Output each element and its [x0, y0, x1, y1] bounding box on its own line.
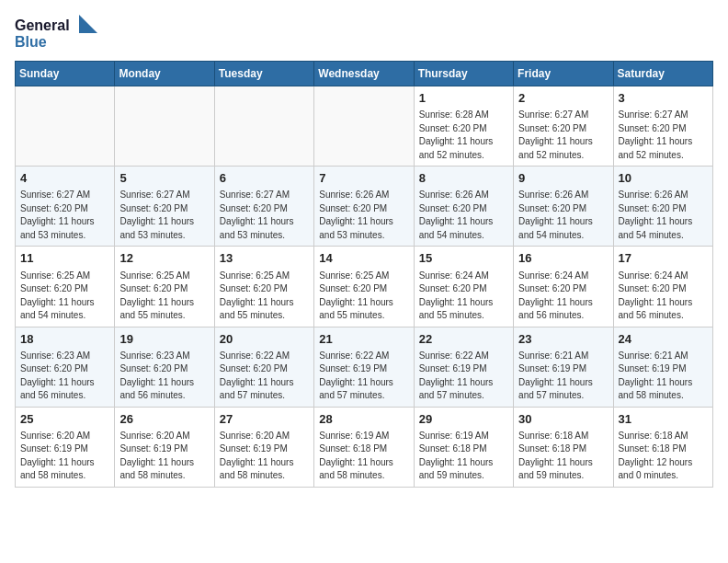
svg-text:General: General [15, 17, 70, 33]
calendar-day: 11Sunrise: 6:25 AMSunset: 6:20 PMDayligh… [16, 247, 115, 327]
day-number: 9 [518, 170, 608, 187]
day-info: Sunrise: 6:25 AMSunset: 6:20 PMDaylight:… [119, 270, 209, 323]
day-header-thursday: Thursday [414, 62, 513, 86]
day-number: 6 [220, 170, 309, 187]
day-info: Sunrise: 6:27 AMSunset: 6:20 PMDaylight:… [119, 189, 209, 242]
calendar-day: 29Sunrise: 6:19 AMSunset: 6:18 PMDayligh… [414, 407, 513, 487]
day-number: 14 [319, 250, 408, 267]
calendar-day: 5Sunrise: 6:27 AMSunset: 6:20 PMDaylight… [115, 167, 214, 247]
logo-svg: GeneralBlue [15, 15, 97, 52]
day-number: 11 [20, 250, 109, 267]
calendar-day: 24Sunrise: 6:21 AMSunset: 6:19 PMDayligh… [613, 327, 712, 407]
day-info: Sunrise: 6:25 AMSunset: 6:20 PMDaylight:… [319, 270, 408, 323]
day-number: 8 [419, 170, 508, 187]
calendar-day: 20Sunrise: 6:22 AMSunset: 6:20 PMDayligh… [214, 327, 313, 407]
calendar-day [16, 86, 115, 167]
calendar-day: 8Sunrise: 6:26 AMSunset: 6:20 PMDaylight… [414, 167, 513, 247]
calendar-week-1: 1Sunrise: 6:28 AMSunset: 6:20 PMDaylight… [16, 86, 713, 167]
day-number: 21 [319, 331, 408, 348]
calendar-day: 6Sunrise: 6:27 AMSunset: 6:20 PMDaylight… [214, 167, 313, 247]
svg-marker-0 [79, 15, 97, 33]
day-info: Sunrise: 6:22 AMSunset: 6:19 PMDaylight:… [419, 350, 508, 403]
logo: GeneralBlue [15, 15, 97, 52]
day-info: Sunrise: 6:18 AMSunset: 6:18 PMDaylight:… [518, 430, 608, 483]
calendar-day: 27Sunrise: 6:20 AMSunset: 6:19 PMDayligh… [214, 407, 313, 487]
calendar-day: 23Sunrise: 6:21 AMSunset: 6:19 PMDayligh… [514, 327, 613, 407]
day-header-sunday: Sunday [16, 62, 115, 86]
day-number: 25 [20, 411, 109, 428]
day-number: 15 [419, 250, 508, 267]
day-number: 27 [220, 411, 309, 428]
calendar-day [314, 86, 414, 167]
day-info: Sunrise: 6:28 AMSunset: 6:20 PMDaylight:… [419, 109, 508, 162]
calendar-week-3: 11Sunrise: 6:25 AMSunset: 6:20 PMDayligh… [16, 247, 713, 327]
calendar-day: 1Sunrise: 6:28 AMSunset: 6:20 PMDaylight… [414, 86, 513, 167]
day-info: Sunrise: 6:26 AMSunset: 6:20 PMDaylight:… [619, 189, 708, 242]
day-info: Sunrise: 6:26 AMSunset: 6:20 PMDaylight:… [319, 189, 408, 242]
day-info: Sunrise: 6:26 AMSunset: 6:20 PMDaylight:… [419, 189, 508, 242]
calendar-day: 25Sunrise: 6:20 AMSunset: 6:19 PMDayligh… [16, 407, 115, 487]
day-info: Sunrise: 6:27 AMSunset: 6:20 PMDaylight:… [220, 189, 309, 242]
calendar-day: 26Sunrise: 6:20 AMSunset: 6:19 PMDayligh… [115, 407, 214, 487]
calendar-day: 15Sunrise: 6:24 AMSunset: 6:20 PMDayligh… [414, 247, 513, 327]
calendar-day: 10Sunrise: 6:26 AMSunset: 6:20 PMDayligh… [613, 167, 712, 247]
day-info: Sunrise: 6:27 AMSunset: 6:20 PMDaylight:… [518, 109, 608, 162]
day-number: 20 [220, 331, 309, 348]
calendar-day: 9Sunrise: 6:26 AMSunset: 6:20 PMDaylight… [514, 167, 613, 247]
day-info: Sunrise: 6:23 AMSunset: 6:20 PMDaylight:… [119, 350, 209, 403]
day-number: 26 [119, 411, 209, 428]
calendar-day: 16Sunrise: 6:24 AMSunset: 6:20 PMDayligh… [514, 247, 613, 327]
calendar-day: 13Sunrise: 6:25 AMSunset: 6:20 PMDayligh… [214, 247, 313, 327]
day-number: 19 [119, 331, 209, 348]
day-info: Sunrise: 6:20 AMSunset: 6:19 PMDaylight:… [220, 430, 309, 483]
calendar-day: 2Sunrise: 6:27 AMSunset: 6:20 PMDaylight… [514, 86, 613, 167]
calendar-table: SundayMondayTuesdayWednesdayThursdayFrid… [15, 61, 713, 488]
day-number: 31 [619, 411, 708, 428]
day-number: 10 [619, 170, 708, 187]
day-info: Sunrise: 6:20 AMSunset: 6:19 PMDaylight:… [20, 430, 109, 483]
calendar-day [115, 86, 214, 167]
calendar-day: 19Sunrise: 6:23 AMSunset: 6:20 PMDayligh… [115, 327, 214, 407]
day-number: 28 [319, 411, 408, 428]
day-info: Sunrise: 6:21 AMSunset: 6:19 PMDaylight:… [619, 350, 708, 403]
calendar-day: 17Sunrise: 6:24 AMSunset: 6:20 PMDayligh… [613, 247, 712, 327]
day-number: 4 [20, 170, 109, 187]
day-info: Sunrise: 6:20 AMSunset: 6:19 PMDaylight:… [119, 430, 209, 483]
day-number: 2 [518, 90, 608, 107]
calendar-day: 14Sunrise: 6:25 AMSunset: 6:20 PMDayligh… [314, 247, 414, 327]
svg-text:Blue: Blue [15, 34, 47, 50]
day-number: 23 [518, 331, 608, 348]
day-info: Sunrise: 6:22 AMSunset: 6:20 PMDaylight:… [220, 350, 309, 403]
calendar-day: 31Sunrise: 6:18 AMSunset: 6:18 PMDayligh… [613, 407, 712, 487]
day-info: Sunrise: 6:24 AMSunset: 6:20 PMDaylight:… [518, 270, 608, 323]
day-number: 18 [20, 331, 109, 348]
day-info: Sunrise: 6:25 AMSunset: 6:20 PMDaylight:… [220, 270, 309, 323]
calendar-day: 22Sunrise: 6:22 AMSunset: 6:19 PMDayligh… [414, 327, 513, 407]
day-number: 12 [119, 250, 209, 267]
day-number: 24 [619, 331, 708, 348]
day-number: 13 [220, 250, 309, 267]
day-number: 7 [319, 170, 408, 187]
day-number: 22 [419, 331, 508, 348]
calendar-day [214, 86, 313, 167]
day-info: Sunrise: 6:24 AMSunset: 6:20 PMDaylight:… [419, 270, 508, 323]
day-info: Sunrise: 6:18 AMSunset: 6:18 PMDaylight:… [619, 430, 708, 483]
day-number: 30 [518, 411, 608, 428]
calendar-week-2: 4Sunrise: 6:27 AMSunset: 6:20 PMDaylight… [16, 167, 713, 247]
day-number: 5 [119, 170, 209, 187]
calendar-day: 7Sunrise: 6:26 AMSunset: 6:20 PMDaylight… [314, 167, 414, 247]
day-info: Sunrise: 6:21 AMSunset: 6:19 PMDaylight:… [518, 350, 608, 403]
day-number: 16 [518, 250, 608, 267]
calendar-day: 28Sunrise: 6:19 AMSunset: 6:18 PMDayligh… [314, 407, 414, 487]
day-header-wednesday: Wednesday [314, 62, 414, 86]
day-info: Sunrise: 6:27 AMSunset: 6:20 PMDaylight:… [20, 189, 109, 242]
page-header: GeneralBlue [15, 15, 713, 52]
day-info: Sunrise: 6:25 AMSunset: 6:20 PMDaylight:… [20, 270, 109, 323]
day-info: Sunrise: 6:26 AMSunset: 6:20 PMDaylight:… [518, 189, 608, 242]
day-info: Sunrise: 6:27 AMSunset: 6:20 PMDaylight:… [619, 109, 708, 162]
calendar-header-row: SundayMondayTuesdayWednesdayThursdayFrid… [16, 62, 713, 86]
day-info: Sunrise: 6:24 AMSunset: 6:20 PMDaylight:… [619, 270, 708, 323]
day-number: 3 [619, 90, 708, 107]
day-header-friday: Friday [514, 62, 613, 86]
calendar-day: 4Sunrise: 6:27 AMSunset: 6:20 PMDaylight… [16, 167, 115, 247]
